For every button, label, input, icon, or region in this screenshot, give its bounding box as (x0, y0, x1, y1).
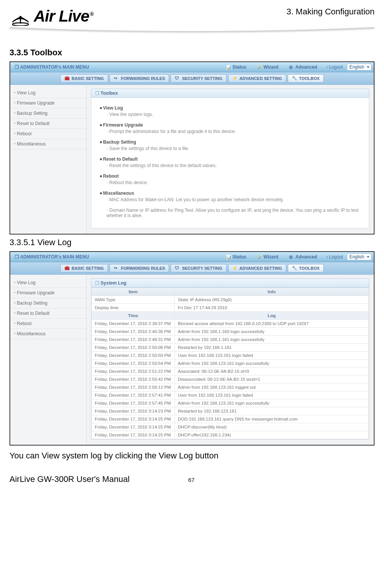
table-cell: Display time (92, 304, 175, 312)
feature-item: View LogView the system logs. (100, 105, 360, 117)
panel-title-toolbox: Toolbox (91, 89, 369, 98)
table-cell: DHCP:discover(My Host) (175, 423, 369, 431)
table-cell: Admin from 192.168.1.161 login successfu… (175, 336, 369, 344)
header-divider (9, 27, 375, 39)
admin-menubar: ❐ ADMINISTRATOR's MAIN MENU 📊Status 🪄Wiz… (10, 252, 374, 262)
table-cell: Friday, December 17, 2010 3:14:25 PM (92, 431, 175, 439)
panel-body-toolbox: View LogView the system logs.Firmware Up… (91, 98, 369, 228)
table-cell: DOD:192.168.123.161 query DNS for messen… (175, 415, 369, 423)
sidebar-item-firmware-upgrade[interactable]: Firmware Upgrade (10, 288, 86, 298)
admin-subnav: 🧰BASIC SETTING ↪FORWARDING RULES 🛡SECURI… (10, 262, 374, 275)
forward-icon: ↪ (114, 266, 119, 271)
table-cell: Friday, December 17, 2010 2:48:31 PM (92, 336, 175, 344)
table-row: Friday, December 17, 2010 2:38:37 PMBloc… (92, 320, 369, 328)
sidebar-item-view-log[interactable]: View Log (10, 88, 86, 98)
tab-advanced-setting[interactable]: ⚡ADVANCED SETTING (228, 74, 286, 83)
menu-advanced[interactable]: ⚙Advanced (284, 64, 322, 70)
table-row: Friday, December 17, 2010 2:50:50 PMUser… (92, 352, 369, 360)
tab-advanced-setting[interactable]: ⚡ADVANCED SETTING (228, 264, 286, 272)
table-cell: Admin from 192.168.123.161 login success… (175, 360, 369, 368)
tab-toolbox[interactable]: 🔧TOOLBOX (288, 74, 324, 83)
table-cell: Friday, December 17, 2010 2:50:06 PM (92, 344, 175, 352)
sidebar-item-reset-to-default[interactable]: Reset to Default (10, 119, 86, 129)
forward-icon: ↪ (114, 76, 119, 81)
toolbox-icon: 🔧 (292, 76, 297, 81)
table-cell: Friday, December 17, 2010 3:14:25 PM (92, 415, 175, 423)
tab-basic-setting[interactable]: 🧰BASIC SETTING (60, 74, 108, 83)
sidebar-item-reboot[interactable]: Reboot (10, 129, 86, 139)
sidebar-item-miscellaneous[interactable]: Miscellaneous (10, 139, 86, 149)
sidebar-item-view-log[interactable]: View Log (10, 278, 86, 288)
table-row: Friday, December 17, 2010 3:14:23 PMRest… (92, 407, 369, 415)
table-cell: Friday, December 17, 2010 2:38:37 PM (92, 320, 175, 328)
advanced-icon: ⚡ (232, 76, 238, 81)
sidebar-item-reboot[interactable]: Reboot (10, 319, 86, 329)
sidebar-item-firmware-upgrade[interactable]: Firmware Upgrade (10, 98, 86, 108)
status-icon: 📊 (226, 65, 230, 69)
tab-security-setting[interactable]: 🛡SECURITY SETTING (171, 264, 226, 272)
menu-wizard[interactable]: 🪄Wizard (252, 64, 284, 70)
table-cell: Friday, December 17, 2010 2:40:36 PM (92, 328, 175, 336)
col-time: Time (92, 312, 175, 320)
tab-forwarding-rules[interactable]: ↪FORWARDING RULES (110, 264, 169, 272)
feature-item: MiscellaneousMAC Address for Wake-on-LAN… (100, 191, 360, 202)
body-text: You can View system log by clicking the … (9, 451, 375, 461)
feature-desc: Save the settings of this device to a fi… (107, 146, 360, 151)
tab-toolbox[interactable]: 🔧TOOLBOX (288, 264, 324, 272)
feature-item: Reset to DefaultReset the settings of th… (100, 156, 360, 168)
menu-advanced[interactable]: ⚙Advanced (284, 254, 322, 260)
tab-forwarding-rules[interactable]: ↪FORWARDING RULES (110, 74, 169, 83)
table-cell: Associated: 00-12-0E-9A-B2-15 st=0 (175, 368, 369, 375)
feature-desc: View the system logs. (107, 112, 360, 117)
table-cell: WAN Type (92, 296, 175, 304)
advanced-icon: ⚙ (289, 65, 293, 69)
svg-point-1 (13, 23, 28, 26)
sidebar-item-miscellaneous[interactable]: Miscellaneous (10, 329, 86, 339)
shield-icon: 🛡 (175, 76, 180, 81)
admin-subnav: 🧰BASIC SETTING ↪FORWARDING RULES 🛡SECURI… (10, 72, 374, 85)
wizard-icon: 🪄 (257, 255, 262, 259)
menu-status[interactable]: 📊Status (221, 64, 252, 70)
sidebar-item-reset-to-default[interactable]: Reset to Default (10, 308, 86, 319)
language-select[interactable]: English (347, 64, 371, 70)
table-row: Friday, December 17, 2010 2:50:06 PMRest… (92, 344, 369, 352)
admin-sidebar: View Log Firmware Upgrade Backup Setting… (10, 85, 86, 234)
table-cell: Admin from 192.168.1.160 login successfu… (175, 328, 369, 336)
menu-status[interactable]: 📊Status (221, 254, 252, 260)
logout-link[interactable]: › Logout (323, 64, 347, 70)
language-select[interactable]: English (347, 253, 371, 260)
signal-icon (9, 7, 31, 26)
table-cell: Disassociated: 00-12-0E-9A-B2-15 wcid=1 (175, 375, 369, 383)
table-row: Friday, December 17, 2010 2:50:54 PMAdmi… (92, 360, 369, 368)
menu-wizard[interactable]: 🪄Wizard (252, 254, 284, 260)
sidebar-item-backup-setting[interactable]: Backup Setting (10, 298, 86, 308)
table-row: Friday, December 17, 2010 3:14:25 PMDOD:… (92, 415, 369, 423)
table-row: Friday, December 17, 2010 2:55:42 PMDisa… (92, 375, 369, 383)
table-cell: Restarted by 192.168.1.161 (175, 344, 369, 352)
gear-icon: 🧰 (64, 266, 70, 271)
feature-desc: Reboot this device. (107, 180, 360, 185)
system-log-table: Item Info WAN TypeStatic IP Address (R0.… (91, 288, 369, 439)
feature-desc: MAC Address for Wake-on-LAN: Let you to … (107, 197, 360, 202)
tab-basic-setting[interactable]: 🧰BASIC SETTING (60, 264, 108, 272)
feature-item: Domain Name or IP address for Ping Test:… (100, 208, 360, 218)
screenshot-toolbox: ❐ ADMINISTRATOR's MAIN MENU 📊Status 🪄Wiz… (9, 61, 375, 235)
feature-title: Reset to Default (100, 156, 360, 162)
page-number: 67 (188, 477, 195, 483)
advanced-icon: ⚡ (232, 266, 238, 271)
logout-link[interactable]: › Logout (323, 254, 347, 260)
sidebar-item-backup-setting[interactable]: Backup Setting (10, 108, 86, 119)
table-row: Friday, December 17, 2010 2:48:31 PMAdmi… (92, 336, 369, 344)
table-row: Friday, December 17, 2010 2:40:36 PMAdmi… (92, 328, 369, 336)
table-cell: Static IP Address (R0.29g0) (175, 296, 369, 304)
feature-desc: Prompt the administrator for a file and … (107, 129, 360, 134)
table-cell: Blocked access attempt from 192.168.0.10… (175, 320, 369, 328)
table-cell: Friday, December 17, 2010 2:50:54 PM (92, 360, 175, 368)
col-log: Log (175, 312, 369, 320)
table-row: Friday, December 17, 2010 2:56:12 PMAdmi… (92, 383, 369, 391)
table-row: Friday, December 17, 2010 2:57:45 PMAdmi… (92, 399, 369, 407)
tab-security-setting[interactable]: 🛡SECURITY SETTING (171, 74, 226, 83)
table-cell: Friday, December 17, 2010 2:51:22 PM (92, 368, 175, 375)
admin-title: ❐ ADMINISTRATOR's MAIN MENU (10, 254, 94, 260)
admin-menubar: ❐ ADMINISTRATOR's MAIN MENU 📊Status 🪄Wiz… (10, 62, 374, 72)
